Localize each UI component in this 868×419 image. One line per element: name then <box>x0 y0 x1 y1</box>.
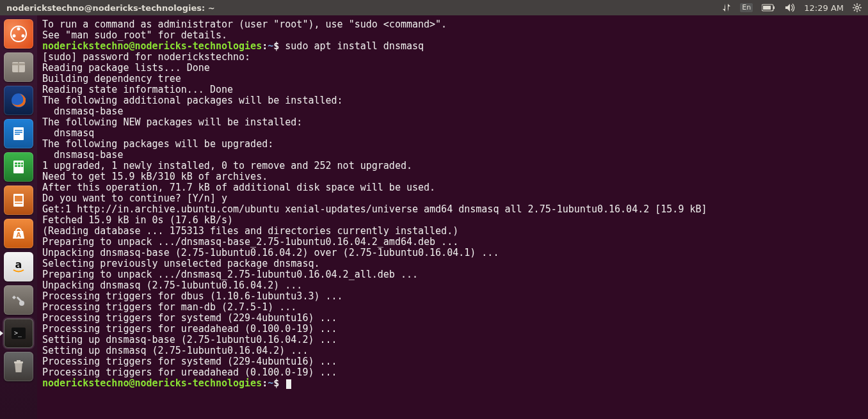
terminal-output[interactable]: To run a command as administrator (user … <box>37 15 868 419</box>
system-settings-icon[interactable] <box>4 285 33 315</box>
prompt-colon: : <box>262 40 268 52</box>
prompt-path: ~ <box>268 40 273 52</box>
terminal-line: Processing triggers for man-db (2.7.5-1)… <box>42 302 863 313</box>
battery-icon[interactable] <box>762 4 776 12</box>
prompt-user-host: noderickstechno@nodericks-technologies <box>42 40 262 52</box>
terminal-command: sudo apt install dnsmasq <box>285 40 424 52</box>
svg-point-15 <box>22 35 25 38</box>
prompt-symbol: $ <box>273 40 279 52</box>
files-icon[interactable] <box>4 52 33 82</box>
svg-line-10 <box>854 10 855 11</box>
svg-rect-41 <box>17 360 20 361</box>
terminal-line: After this operation, 71.7 kB of additio… <box>42 182 863 193</box>
system-tray: En 12:29 AM <box>722 3 868 13</box>
terminal-line: dnsmasq-base <box>42 150 863 161</box>
svg-rect-33 <box>15 203 22 204</box>
cursor-icon <box>286 379 291 389</box>
svg-rect-32 <box>15 196 22 202</box>
terminal-line: Reading package lists... Done <box>42 63 863 74</box>
svg-point-3 <box>856 6 858 9</box>
amazon-icon[interactable]: a <box>4 252 33 281</box>
terminal-line: Reading state information... Done <box>42 84 863 95</box>
terminal-line: Setting up dnsmasq (2.75-1ubuntu0.16.04.… <box>42 345 863 356</box>
keyboard-layout-indicator[interactable]: En <box>740 3 753 12</box>
clock[interactable]: 12:29 AM <box>804 3 844 13</box>
terminal-line: Processing triggers for dbus (1.10.6-1ub… <box>42 291 863 302</box>
gear-icon[interactable] <box>853 3 862 12</box>
terminal-line: dnsmasq-base <box>42 106 863 117</box>
terminal-line: Preparing to unpack .../dnsmasq-base_2.7… <box>42 237 863 248</box>
dash-icon[interactable] <box>4 19 33 49</box>
svg-rect-18 <box>18 62 19 72</box>
svg-rect-30 <box>21 165 23 167</box>
terminal-line: 1 upgraded, 1 newly installed, 0 to remo… <box>42 161 863 171</box>
terminal-line: Unpacking dnsmasq-base (2.75-1ubuntu0.16… <box>42 248 863 258</box>
calc-icon[interactable] <box>4 152 33 182</box>
terminal-line: [sudo] password for noderickstechno: <box>42 52 863 63</box>
window-title: noderickstechno@nodericks-technologies: … <box>0 3 722 13</box>
svg-rect-26 <box>18 162 20 164</box>
terminal-line: The following packages will be upgraded: <box>42 139 863 150</box>
workspace: A a >_ To run a command as administrator… <box>0 15 868 419</box>
terminal-line: To run a command as administrator (user … <box>42 19 863 30</box>
prompt-colon: : <box>262 377 268 389</box>
svg-text:>_: >_ <box>14 329 22 337</box>
svg-rect-25 <box>15 162 17 164</box>
impress-icon[interactable] <box>4 186 33 215</box>
svg-rect-2 <box>763 6 771 10</box>
terminal-icon[interactable]: >_ <box>4 319 33 348</box>
svg-text:a: a <box>15 258 22 271</box>
terminal-line: Processing triggers for systemd (229-4ub… <box>42 313 863 324</box>
svg-rect-40 <box>14 361 23 363</box>
svg-line-8 <box>854 4 855 6</box>
terminal-prompt-line: noderickstechno@nodericks-technologies:~… <box>42 378 863 389</box>
svg-text:A: A <box>16 232 21 239</box>
prompt-symbol: $ <box>273 377 279 389</box>
svg-rect-21 <box>15 130 22 131</box>
terminal-line: Fetched 15.9 kB in 0s (17.6 kB/s) <box>42 215 863 226</box>
terminal-line: Processing triggers for ureadahead (0.10… <box>42 367 863 378</box>
top-menubar: noderickstechno@nodericks-technologies: … <box>0 0 868 15</box>
unity-launcher: A a >_ <box>0 15 37 419</box>
terminal-line: dnsmasq <box>42 128 863 139</box>
terminal-line: Processing triggers for ureadahead (0.10… <box>42 324 863 335</box>
prompt-user-host: noderickstechno@nodericks-technologies <box>42 377 262 389</box>
sound-icon[interactable] <box>785 3 795 12</box>
svg-rect-29 <box>18 165 20 167</box>
trash-icon[interactable] <box>4 352 33 381</box>
svg-rect-28 <box>15 165 17 167</box>
terminal-line: Unpacking dnsmasq (2.75-1ubuntu0.16.04.2… <box>42 280 863 291</box>
terminal-prompt-line: noderickstechno@nodericks-technologies:~… <box>42 41 863 52</box>
svg-rect-22 <box>15 132 22 133</box>
terminal-line: (Reading database ... 175313 files and d… <box>42 226 863 237</box>
terminal-line: Preparing to unpack .../dnsmasq_2.75-1ub… <box>42 269 863 280</box>
ubuntu-software-icon[interactable]: A <box>4 219 33 248</box>
prompt-path: ~ <box>268 377 273 389</box>
firefox-icon[interactable] <box>4 86 33 115</box>
terminal-line: Building dependency tree <box>42 74 863 84</box>
terminal-line: Get:1 http://in.archive.ubuntu.com/ubunt… <box>42 204 863 215</box>
network-icon[interactable] <box>722 3 731 12</box>
terminal-line: The following NEW packages will be insta… <box>42 117 863 128</box>
svg-line-9 <box>859 10 860 11</box>
terminal-line: See "man sudo_root" for details. <box>42 30 863 41</box>
running-indicator-icon <box>0 331 3 336</box>
svg-point-37 <box>19 301 24 306</box>
svg-point-14 <box>13 35 16 38</box>
terminal-line: Need to get 15.9 kB/310 kB of archives. <box>42 171 863 182</box>
terminal-line: The following additional packages will b… <box>42 95 863 106</box>
terminal-line: Setting up dnsmasq-base (2.75-1ubuntu0.1… <box>42 335 863 345</box>
svg-rect-27 <box>21 162 23 164</box>
svg-rect-23 <box>15 134 20 135</box>
terminal-line: Processing triggers for systemd (229-4ub… <box>42 356 863 367</box>
svg-rect-1 <box>773 6 775 9</box>
terminal-line: Selecting previously unselected package … <box>42 258 863 269</box>
terminal-line: Do you want to continue? [Y/n] y <box>42 193 863 204</box>
writer-icon[interactable] <box>4 119 33 148</box>
svg-point-13 <box>17 28 20 31</box>
svg-line-11 <box>859 4 860 6</box>
